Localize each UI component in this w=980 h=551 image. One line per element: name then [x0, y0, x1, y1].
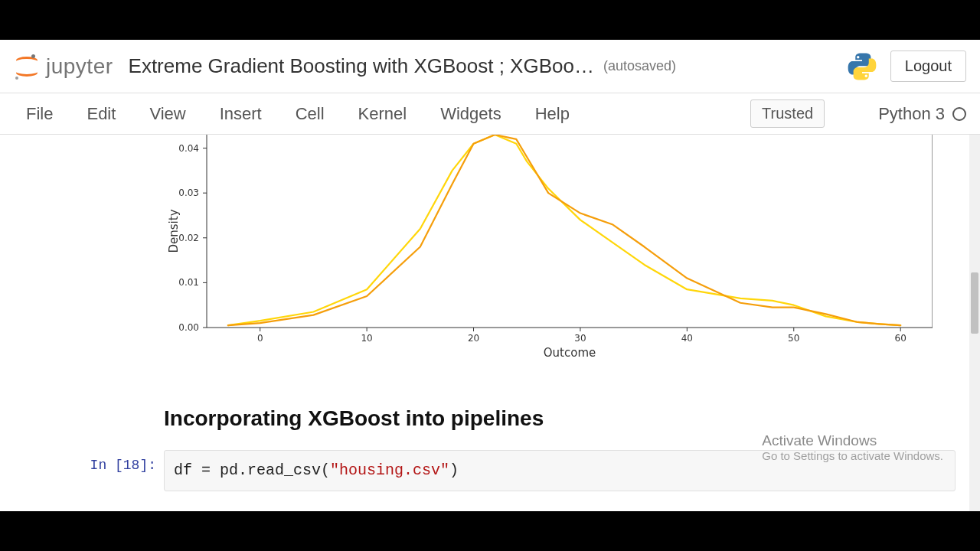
- menu-help[interactable]: Help: [518, 104, 586, 124]
- menu-cell[interactable]: Cell: [279, 104, 341, 124]
- autosave-status: (autosaved): [603, 58, 676, 74]
- svg-text:0.04: 0.04: [178, 143, 199, 154]
- watermark-sub: Go to Settings to activate Windows.: [762, 449, 943, 462]
- jupyter-word: jupyter: [46, 54, 113, 79]
- kernel-status-icon[interactable]: [952, 107, 966, 121]
- scrollbar-thumb[interactable]: [971, 272, 978, 334]
- trusted-badge[interactable]: Trusted: [750, 99, 825, 128]
- svg-text:0.01: 0.01: [178, 277, 199, 288]
- windows-watermark: Activate Windows Go to Settings to activ…: [762, 432, 943, 462]
- notebook-scroll-area[interactable]: 0.000.010.020.030.040102030405060Outcome…: [0, 135, 980, 511]
- code-token: ): [449, 461, 459, 479]
- menu-insert[interactable]: Insert: [203, 104, 279, 124]
- menu-kernel[interactable]: Kernel: [341, 104, 424, 124]
- svg-text:50: 50: [788, 333, 799, 344]
- code-token: df = pd.read_csv(: [174, 461, 330, 479]
- vertical-scrollbar[interactable]: [969, 135, 980, 511]
- jupyter-logo[interactable]: jupyter: [14, 54, 113, 80]
- notebook-title[interactable]: Extreme Gradient Boosting with XGBoost ;…: [129, 54, 594, 78]
- svg-text:Density: Density: [167, 209, 181, 253]
- code-string: "housing.csv": [330, 461, 449, 479]
- header: jupyter Extreme Gradient Boosting with X…: [0, 40, 980, 93]
- svg-text:40: 40: [681, 333, 693, 344]
- svg-text:0.00: 0.00: [178, 322, 199, 333]
- svg-text:30: 30: [574, 333, 586, 344]
- svg-text:60: 60: [895, 333, 906, 344]
- letterbox-bottom: [0, 511, 980, 551]
- cell-prompt: In [18]:: [72, 450, 164, 473]
- watermark-title: Activate Windows: [762, 432, 943, 449]
- section-heading: Incorporating XGBoost into pipelines: [164, 406, 544, 431]
- kernel-name[interactable]: Python 3: [878, 104, 945, 124]
- plot-output: 0.000.010.020.030.040102030405060Outcome…: [164, 135, 933, 357]
- density-chart: 0.000.010.020.030.040102030405060Outcome…: [164, 135, 933, 357]
- menu-file[interactable]: File: [14, 104, 70, 124]
- python-icon: [846, 51, 878, 83]
- svg-text:0.02: 0.02: [178, 233, 199, 243]
- svg-text:Outcome: Outcome: [544, 346, 596, 357]
- logout-button[interactable]: Logout: [890, 51, 966, 82]
- svg-text:0.03: 0.03: [178, 187, 199, 198]
- svg-text:0: 0: [257, 333, 263, 344]
- menubar: File Edit View Insert Cell Kernel Widget…: [0, 93, 980, 135]
- menu-edit[interactable]: Edit: [70, 104, 132, 124]
- menu-widgets[interactable]: Widgets: [423, 104, 518, 124]
- letterbox-top: [0, 0, 980, 40]
- jupyter-icon: [14, 54, 40, 80]
- svg-text:20: 20: [468, 333, 479, 344]
- menu-view[interactable]: View: [132, 104, 202, 124]
- svg-text:10: 10: [361, 333, 372, 344]
